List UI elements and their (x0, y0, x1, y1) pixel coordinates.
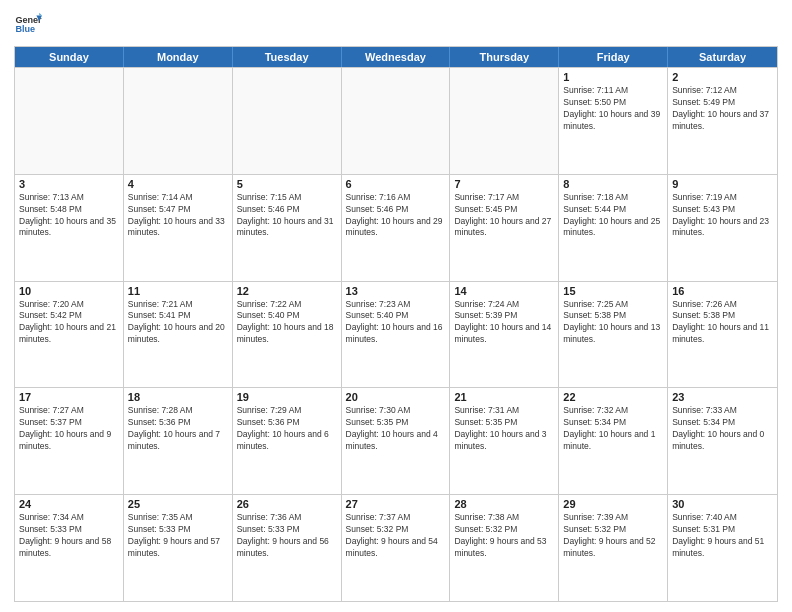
calendar-cell: 28Sunrise: 7:38 AMSunset: 5:32 PMDayligh… (450, 495, 559, 601)
calendar-cell: 19Sunrise: 7:29 AMSunset: 5:36 PMDayligh… (233, 388, 342, 494)
day-number: 21 (454, 391, 554, 403)
day-info: Sunrise: 7:14 AMSunset: 5:47 PMDaylight:… (128, 192, 228, 240)
day-number: 28 (454, 498, 554, 510)
day-info: Sunrise: 7:36 AMSunset: 5:33 PMDaylight:… (237, 512, 337, 560)
day-number: 12 (237, 285, 337, 297)
day-number: 7 (454, 178, 554, 190)
day-info: Sunrise: 7:24 AMSunset: 5:39 PMDaylight:… (454, 299, 554, 347)
weekday-header: Monday (124, 47, 233, 67)
day-info: Sunrise: 7:32 AMSunset: 5:34 PMDaylight:… (563, 405, 663, 453)
calendar-cell: 9Sunrise: 7:19 AMSunset: 5:43 PMDaylight… (668, 175, 777, 281)
day-number: 20 (346, 391, 446, 403)
calendar-cell: 23Sunrise: 7:33 AMSunset: 5:34 PMDayligh… (668, 388, 777, 494)
calendar-cell: 18Sunrise: 7:28 AMSunset: 5:36 PMDayligh… (124, 388, 233, 494)
calendar-cell: 27Sunrise: 7:37 AMSunset: 5:32 PMDayligh… (342, 495, 451, 601)
day-number: 22 (563, 391, 663, 403)
day-info: Sunrise: 7:30 AMSunset: 5:35 PMDaylight:… (346, 405, 446, 453)
day-number: 2 (672, 71, 773, 83)
day-info: Sunrise: 7:28 AMSunset: 5:36 PMDaylight:… (128, 405, 228, 453)
day-info: Sunrise: 7:26 AMSunset: 5:38 PMDaylight:… (672, 299, 773, 347)
calendar-cell: 7Sunrise: 7:17 AMSunset: 5:45 PMDaylight… (450, 175, 559, 281)
day-info: Sunrise: 7:11 AMSunset: 5:50 PMDaylight:… (563, 85, 663, 133)
day-number: 29 (563, 498, 663, 510)
day-number: 14 (454, 285, 554, 297)
day-number: 16 (672, 285, 773, 297)
day-info: Sunrise: 7:34 AMSunset: 5:33 PMDaylight:… (19, 512, 119, 560)
calendar-cell: 24Sunrise: 7:34 AMSunset: 5:33 PMDayligh… (15, 495, 124, 601)
day-info: Sunrise: 7:38 AMSunset: 5:32 PMDaylight:… (454, 512, 554, 560)
day-info: Sunrise: 7:16 AMSunset: 5:46 PMDaylight:… (346, 192, 446, 240)
day-info: Sunrise: 7:25 AMSunset: 5:38 PMDaylight:… (563, 299, 663, 347)
calendar-cell (342, 68, 451, 174)
calendar-row: 1Sunrise: 7:11 AMSunset: 5:50 PMDaylight… (15, 67, 777, 174)
day-number: 1 (563, 71, 663, 83)
calendar-cell (233, 68, 342, 174)
calendar-cell: 14Sunrise: 7:24 AMSunset: 5:39 PMDayligh… (450, 282, 559, 388)
day-info: Sunrise: 7:40 AMSunset: 5:31 PMDaylight:… (672, 512, 773, 560)
weekday-header: Thursday (450, 47, 559, 67)
day-number: 19 (237, 391, 337, 403)
day-number: 5 (237, 178, 337, 190)
day-info: Sunrise: 7:35 AMSunset: 5:33 PMDaylight:… (128, 512, 228, 560)
weekday-header: Saturday (668, 47, 777, 67)
calendar-cell: 5Sunrise: 7:15 AMSunset: 5:46 PMDaylight… (233, 175, 342, 281)
calendar-cell: 29Sunrise: 7:39 AMSunset: 5:32 PMDayligh… (559, 495, 668, 601)
day-number: 15 (563, 285, 663, 297)
calendar-body: 1Sunrise: 7:11 AMSunset: 5:50 PMDaylight… (15, 67, 777, 601)
day-number: 3 (19, 178, 119, 190)
calendar-cell: 25Sunrise: 7:35 AMSunset: 5:33 PMDayligh… (124, 495, 233, 601)
calendar-cell: 17Sunrise: 7:27 AMSunset: 5:37 PMDayligh… (15, 388, 124, 494)
calendar-cell: 21Sunrise: 7:31 AMSunset: 5:35 PMDayligh… (450, 388, 559, 494)
calendar-cell: 6Sunrise: 7:16 AMSunset: 5:46 PMDaylight… (342, 175, 451, 281)
day-info: Sunrise: 7:29 AMSunset: 5:36 PMDaylight:… (237, 405, 337, 453)
calendar-cell: 22Sunrise: 7:32 AMSunset: 5:34 PMDayligh… (559, 388, 668, 494)
day-info: Sunrise: 7:20 AMSunset: 5:42 PMDaylight:… (19, 299, 119, 347)
calendar-cell: 15Sunrise: 7:25 AMSunset: 5:38 PMDayligh… (559, 282, 668, 388)
day-number: 13 (346, 285, 446, 297)
logo-icon: General Blue (14, 10, 42, 38)
day-info: Sunrise: 7:18 AMSunset: 5:44 PMDaylight:… (563, 192, 663, 240)
day-number: 24 (19, 498, 119, 510)
calendar-cell: 11Sunrise: 7:21 AMSunset: 5:41 PMDayligh… (124, 282, 233, 388)
day-info: Sunrise: 7:23 AMSunset: 5:40 PMDaylight:… (346, 299, 446, 347)
calendar-cell: 13Sunrise: 7:23 AMSunset: 5:40 PMDayligh… (342, 282, 451, 388)
calendar-cell: 4Sunrise: 7:14 AMSunset: 5:47 PMDaylight… (124, 175, 233, 281)
calendar-cell: 12Sunrise: 7:22 AMSunset: 5:40 PMDayligh… (233, 282, 342, 388)
calendar-cell: 3Sunrise: 7:13 AMSunset: 5:48 PMDaylight… (15, 175, 124, 281)
calendar-cell: 30Sunrise: 7:40 AMSunset: 5:31 PMDayligh… (668, 495, 777, 601)
day-number: 4 (128, 178, 228, 190)
logo: General Blue (14, 10, 42, 38)
calendar-row: 24Sunrise: 7:34 AMSunset: 5:33 PMDayligh… (15, 494, 777, 601)
header: General Blue (14, 10, 778, 38)
calendar-cell: 16Sunrise: 7:26 AMSunset: 5:38 PMDayligh… (668, 282, 777, 388)
calendar-header: SundayMondayTuesdayWednesdayThursdayFrid… (15, 47, 777, 67)
svg-text:Blue: Blue (15, 24, 35, 34)
calendar-cell: 1Sunrise: 7:11 AMSunset: 5:50 PMDaylight… (559, 68, 668, 174)
day-info: Sunrise: 7:27 AMSunset: 5:37 PMDaylight:… (19, 405, 119, 453)
calendar-row: 17Sunrise: 7:27 AMSunset: 5:37 PMDayligh… (15, 387, 777, 494)
day-info: Sunrise: 7:21 AMSunset: 5:41 PMDaylight:… (128, 299, 228, 347)
day-info: Sunrise: 7:13 AMSunset: 5:48 PMDaylight:… (19, 192, 119, 240)
calendar-cell: 10Sunrise: 7:20 AMSunset: 5:42 PMDayligh… (15, 282, 124, 388)
day-info: Sunrise: 7:22 AMSunset: 5:40 PMDaylight:… (237, 299, 337, 347)
calendar-cell: 20Sunrise: 7:30 AMSunset: 5:35 PMDayligh… (342, 388, 451, 494)
weekday-header: Wednesday (342, 47, 451, 67)
weekday-header: Tuesday (233, 47, 342, 67)
day-number: 11 (128, 285, 228, 297)
day-number: 17 (19, 391, 119, 403)
day-number: 10 (19, 285, 119, 297)
day-number: 9 (672, 178, 773, 190)
day-number: 18 (128, 391, 228, 403)
day-info: Sunrise: 7:15 AMSunset: 5:46 PMDaylight:… (237, 192, 337, 240)
page: General Blue SundayMondayTuesdayWednesda… (0, 0, 792, 612)
calendar-cell: 8Sunrise: 7:18 AMSunset: 5:44 PMDaylight… (559, 175, 668, 281)
day-info: Sunrise: 7:33 AMSunset: 5:34 PMDaylight:… (672, 405, 773, 453)
calendar-cell (15, 68, 124, 174)
day-number: 6 (346, 178, 446, 190)
day-info: Sunrise: 7:17 AMSunset: 5:45 PMDaylight:… (454, 192, 554, 240)
day-number: 27 (346, 498, 446, 510)
day-number: 26 (237, 498, 337, 510)
calendar-cell: 26Sunrise: 7:36 AMSunset: 5:33 PMDayligh… (233, 495, 342, 601)
calendar-cell (124, 68, 233, 174)
day-info: Sunrise: 7:12 AMSunset: 5:49 PMDaylight:… (672, 85, 773, 133)
